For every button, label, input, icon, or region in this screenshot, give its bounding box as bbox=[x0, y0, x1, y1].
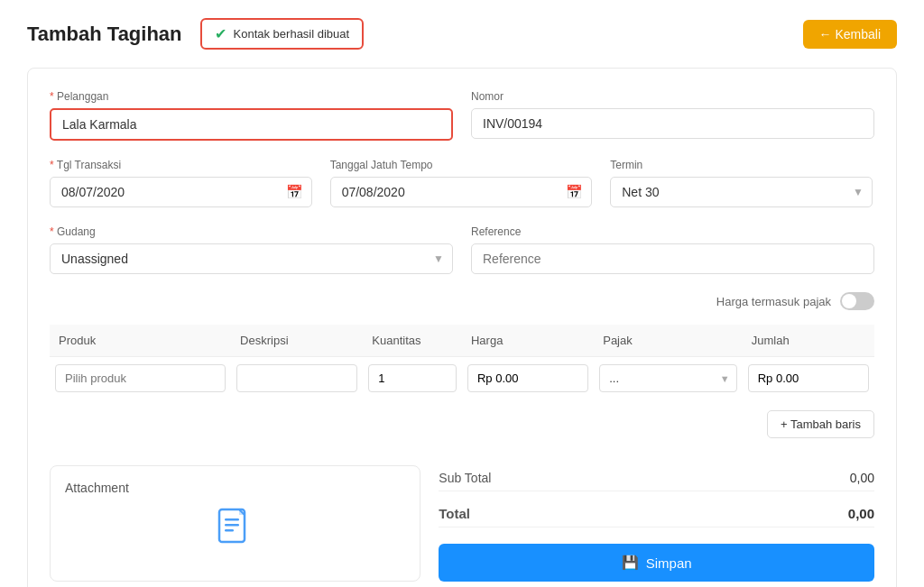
gudang-select-wrapper: Unassigned Gudang 1 Gudang 2 ▼ bbox=[50, 243, 453, 274]
field-pelanggan: Pelanggan bbox=[50, 90, 453, 141]
termin-select-wrapper: Net 30 Net 60 Net 90 Due on Receipt ▼ bbox=[610, 177, 873, 207]
gudang-label: Gudang bbox=[50, 225, 453, 238]
termin-label: Termin bbox=[610, 159, 873, 171]
row-pelanggan-nomor: Pelanggan Nomor bbox=[50, 90, 874, 141]
reference-input[interactable] bbox=[471, 243, 874, 274]
svg-rect-1 bbox=[225, 518, 239, 521]
bottom-section: Attachment Sub Total 0,00 bbox=[50, 465, 874, 582]
jumlah-input[interactable] bbox=[748, 364, 869, 392]
sub-total-label: Sub Total bbox=[439, 471, 491, 485]
total-value: 0,00 bbox=[848, 506, 874, 521]
tanggal-jatuh-tempo-input[interactable] bbox=[330, 177, 593, 207]
cell-pajak: ... PPN 10% PPN 11% ▼ bbox=[594, 357, 743, 400]
cell-jumlah bbox=[743, 357, 874, 400]
total-row: Total 0,00 bbox=[439, 500, 874, 527]
success-notification: ✔ Kontak berhasil dibuat bbox=[200, 18, 365, 50]
page-header: Tambah Tagihan ✔ Kontak berhasil dibuat … bbox=[27, 18, 897, 50]
form-container: Pelanggan Nomor Tgl Transaksi 📅 Tanggal … bbox=[27, 68, 897, 587]
pelanggan-input[interactable] bbox=[50, 108, 453, 141]
nomor-input[interactable] bbox=[471, 108, 874, 139]
harga-termasuk-pajak-label: Harga termasuk pajak bbox=[716, 295, 831, 308]
save-label: Simpan bbox=[646, 555, 692, 571]
svg-rect-2 bbox=[225, 524, 239, 527]
pajak-select-wrapper: ... PPN 10% PPN 11% ▼ bbox=[599, 364, 737, 392]
sub-total-row: Sub Total 0,00 bbox=[439, 465, 874, 491]
field-tanggal-jatuh-tempo: Tanggal Jatuh Tempo 📅 bbox=[330, 159, 593, 207]
col-deskripsi: Deskripsi bbox=[231, 325, 363, 357]
save-icon: 💾 bbox=[622, 555, 639, 571]
page-title: Tambah Tagihan bbox=[27, 23, 182, 46]
page-wrapper: Tambah Tagihan ✔ Kontak berhasil dibuat … bbox=[0, 0, 924, 587]
add-row-container: + Tambah baris bbox=[50, 410, 874, 456]
back-button[interactable]: ← Kembali bbox=[803, 20, 897, 49]
tanggal-jatuh-tempo-wrapper: 📅 bbox=[330, 177, 593, 207]
product-table: Produk Deskripsi Kuantitas Harga Pajak J… bbox=[50, 325, 874, 399]
pajak-chevron-icon: ▼ bbox=[720, 373, 730, 384]
calendar-icon: 📅 bbox=[286, 184, 303, 200]
field-gudang: Gudang Unassigned Gudang 1 Gudang 2 ▼ bbox=[50, 225, 453, 274]
col-produk: Produk bbox=[50, 325, 231, 357]
tgl-transaksi-label: Tgl Transaksi bbox=[50, 159, 312, 171]
svg-rect-3 bbox=[225, 529, 234, 532]
add-row-button[interactable]: + Tambah baris bbox=[767, 410, 874, 438]
cell-harga bbox=[462, 357, 594, 400]
col-jumlah: Jumlah bbox=[743, 325, 874, 357]
attachment-box: Attachment bbox=[50, 465, 420, 582]
nomor-label: Nomor bbox=[471, 90, 874, 103]
calendar-icon-2: 📅 bbox=[566, 184, 583, 200]
col-pajak: Pajak bbox=[594, 325, 743, 357]
row-gudang-reference: Gudang Unassigned Gudang 1 Gudang 2 ▼ Re… bbox=[50, 225, 874, 274]
pelanggan-label: Pelanggan bbox=[50, 90, 453, 103]
col-harga: Harga bbox=[462, 325, 594, 357]
field-tgl-transaksi: Tgl Transaksi 📅 bbox=[50, 159, 312, 207]
tgl-transaksi-input[interactable] bbox=[50, 177, 312, 207]
produk-input[interactable] bbox=[55, 364, 226, 392]
summary-section: Sub Total 0,00 Total 0,00 💾 Simpan bbox=[439, 465, 874, 582]
field-termin: Termin Net 30 Net 60 Net 90 Due on Recei… bbox=[610, 159, 873, 207]
reference-label: Reference bbox=[471, 225, 874, 238]
sub-total-value: 0,00 bbox=[850, 471, 874, 485]
harga-input[interactable] bbox=[467, 364, 588, 392]
cell-deskripsi bbox=[231, 357, 363, 400]
gudang-select[interactable]: Unassigned Gudang 1 Gudang 2 bbox=[50, 243, 453, 274]
tanggal-jatuh-tempo-label: Tanggal Jatuh Tempo bbox=[330, 159, 593, 171]
tgl-transaksi-wrapper: 📅 bbox=[50, 177, 312, 207]
row-tanggal: Tgl Transaksi 📅 Tanggal Jatuh Tempo 📅 Te… bbox=[50, 159, 874, 207]
table-row: ... PPN 10% PPN 11% ▼ bbox=[50, 357, 874, 400]
harga-termasuk-pajak-toggle[interactable] bbox=[840, 292, 874, 310]
table-header-row: Produk Deskripsi Kuantitas Harga Pajak J… bbox=[50, 325, 874, 357]
termin-select[interactable]: Net 30 Net 60 Net 90 Due on Receipt bbox=[610, 177, 873, 207]
total-label: Total bbox=[439, 506, 470, 521]
cell-produk bbox=[50, 357, 231, 400]
check-icon: ✔ bbox=[215, 25, 226, 42]
attachment-icon bbox=[65, 506, 405, 557]
attachment-title: Attachment bbox=[65, 481, 405, 495]
deskripsi-input[interactable] bbox=[236, 364, 357, 392]
save-button[interactable]: 💾 Simpan bbox=[439, 544, 874, 582]
col-kuantitas: Kuantitas bbox=[363, 325, 462, 357]
toggle-row: Harga termasuk pajak bbox=[50, 292, 874, 310]
success-message: Kontak berhasil dibuat bbox=[234, 27, 350, 41]
kuantitas-input[interactable] bbox=[368, 364, 457, 392]
field-nomor: Nomor bbox=[471, 90, 874, 141]
cell-kuantitas bbox=[363, 357, 462, 400]
field-reference: Reference bbox=[471, 225, 874, 274]
pajak-select[interactable]: ... PPN 10% PPN 11% bbox=[599, 364, 737, 392]
